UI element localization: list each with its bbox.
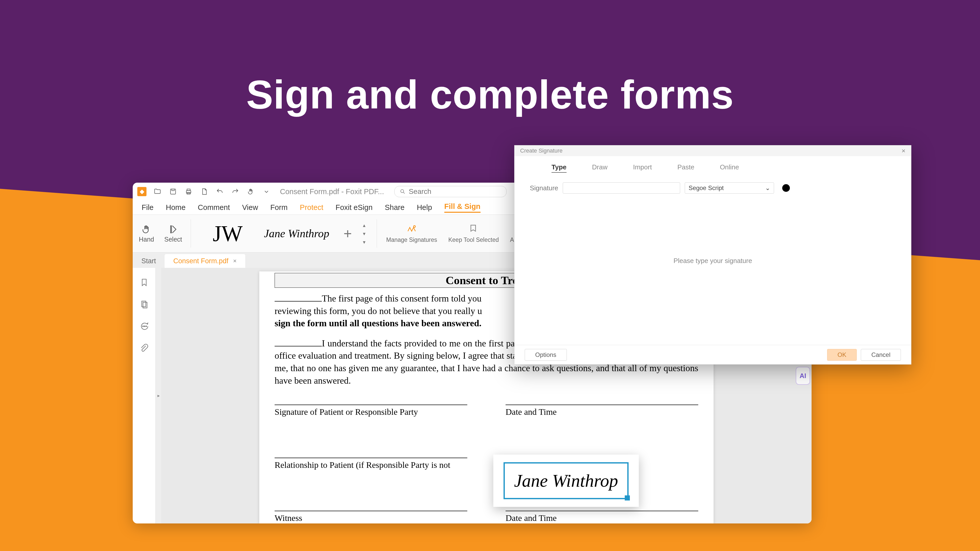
left-nav-rail: [133, 268, 156, 524]
tool-hand[interactable]: Hand: [136, 217, 157, 250]
open-folder-icon[interactable]: [153, 187, 162, 196]
label-date-time-1: Date and Time: [506, 407, 698, 417]
attachments-icon[interactable]: [139, 343, 149, 354]
menu-view[interactable]: View: [242, 203, 258, 212]
resize-handle[interactable]: [625, 495, 630, 500]
search-box[interactable]: [394, 186, 507, 197]
menu-esign[interactable]: Foxit eSign: [336, 203, 372, 212]
svg-rect-7: [143, 302, 147, 308]
ink-color-swatch[interactable]: [782, 184, 790, 192]
dialog-tab-paste[interactable]: Paste: [677, 163, 694, 173]
tab-close-icon[interactable]: ×: [233, 257, 237, 265]
label-signature-patient: Signature of Patient or Responsible Part…: [275, 407, 467, 417]
svg-point-5: [414, 225, 415, 227]
dialog-tab-draw[interactable]: Draw: [592, 163, 608, 173]
tab-start[interactable]: Start: [133, 254, 165, 268]
separator: [377, 219, 377, 248]
dialog-tab-import[interactable]: Import: [633, 163, 652, 173]
svg-rect-2: [187, 189, 190, 191]
menu-home[interactable]: Home: [166, 203, 186, 212]
bookmark-icon[interactable]: [139, 278, 149, 288]
undo-icon[interactable]: [215, 187, 224, 196]
chevron-down-icon: ⌄: [765, 184, 770, 192]
create-signature-dialog: Create Signature × Type Draw Import Past…: [514, 145, 912, 365]
signature-input-row: Signature Segoe Script ⌄: [514, 178, 911, 198]
dropdown-icon[interactable]: [262, 187, 271, 196]
signature-text-input[interactable]: [563, 183, 680, 194]
manage-signatures-button[interactable]: Manage Signatures: [383, 217, 440, 250]
placed-signature-text: Jane Winthrop: [514, 471, 618, 491]
dialog-tab-online[interactable]: Online: [720, 163, 739, 173]
menu-fill-sign[interactable]: Fill & Sign: [444, 202, 480, 213]
search-input[interactable]: [409, 187, 501, 196]
font-select[interactable]: Segoe Script ⌄: [685, 183, 774, 194]
tab-label: Consent Form.pdf: [173, 257, 228, 265]
ai-assist-icon[interactable]: AI: [796, 367, 810, 385]
tool-select-label: Select: [164, 236, 182, 243]
promo-headline: Sign and complete forms: [0, 71, 980, 118]
svg-point-10: [146, 326, 146, 327]
page-icon[interactable]: [200, 187, 209, 196]
menu-form[interactable]: Form: [270, 203, 288, 212]
menu-file[interactable]: File: [142, 203, 154, 212]
tool-hand-label: Hand: [139, 236, 154, 243]
menu-comment[interactable]: Comment: [198, 203, 230, 212]
dialog-titlebar: Create Signature ×: [514, 145, 911, 156]
print-icon[interactable]: [184, 187, 193, 196]
signature-input-label: Signature: [530, 184, 558, 192]
label-relationship: Relationship to Patient (if Responsible …: [275, 460, 467, 470]
svg-point-8: [142, 326, 143, 327]
signature-gallery: JW Jane Winthrop + ▴▾▾: [197, 217, 371, 250]
menu-share[interactable]: Share: [385, 203, 404, 212]
panel-collapse-handle[interactable]: ▸: [156, 268, 161, 524]
options-button[interactable]: Options: [525, 349, 567, 361]
font-select-value: Segoe Script: [689, 184, 724, 192]
svg-rect-0: [170, 189, 176, 194]
pages-icon[interactable]: [139, 300, 149, 310]
save-icon[interactable]: [169, 187, 178, 196]
svg-point-4: [401, 189, 404, 192]
signature-hint-text: Please type your signature: [514, 257, 911, 265]
dialog-tab-type[interactable]: Type: [552, 163, 566, 173]
menu-help[interactable]: Help: [417, 203, 432, 212]
placed-signature-box[interactable]: Jane Winthrop: [504, 462, 628, 499]
svg-point-9: [144, 326, 145, 327]
gallery-scroll[interactable]: ▴▾▾: [363, 222, 366, 245]
search-icon: [400, 188, 406, 195]
dialog-close-icon[interactable]: ×: [902, 147, 905, 155]
signature-fullname[interactable]: Jane Winthrop: [261, 222, 332, 245]
hand-mini-icon[interactable]: [246, 187, 256, 196]
dialog-tabs: Type Draw Import Paste Online: [514, 156, 911, 178]
dialog-footer: Options OK Cancel: [514, 345, 911, 364]
dialog-title-text: Create Signature: [520, 148, 563, 154]
comments-icon[interactable]: [139, 321, 149, 332]
menu-protect[interactable]: Protect: [300, 203, 323, 212]
placed-signature-overlay[interactable]: Jane Winthrop: [493, 454, 639, 507]
keep-tool-selected-button[interactable]: Keep Tool Selected: [445, 217, 502, 250]
separator: [191, 219, 191, 248]
document-title: Consent Form.pdf - Foxit PDF...: [280, 187, 384, 196]
redo-icon[interactable]: [231, 187, 240, 196]
svg-rect-6: [142, 301, 146, 306]
signature-initials[interactable]: JW: [202, 222, 253, 245]
signature-lines-row-1: Signature of Patient or Responsible Part…: [275, 405, 698, 417]
tool-select[interactable]: Select: [162, 217, 185, 250]
app-logo-icon[interactable]: ◆: [137, 187, 146, 196]
add-signature-button[interactable]: +: [340, 225, 355, 242]
label-date-time-2: Date and Time: [506, 513, 698, 523]
label-witness: Witness: [275, 513, 467, 523]
signature-lines-row-3: Witness Date and Time: [275, 511, 698, 523]
ok-button[interactable]: OK: [827, 349, 857, 361]
tab-consent-form[interactable]: Consent Form.pdf ×: [165, 254, 245, 268]
cancel-button[interactable]: Cancel: [861, 349, 901, 361]
